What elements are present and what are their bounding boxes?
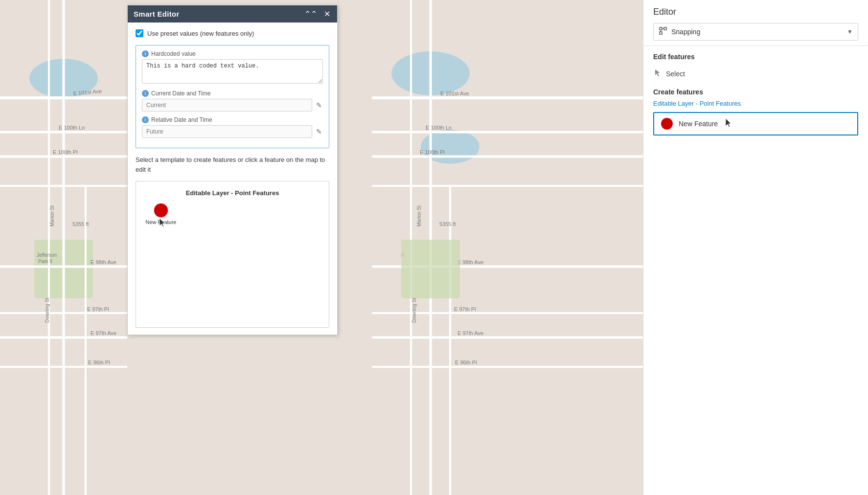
preset-checkbox-row: Use preset values (new features only) bbox=[136, 29, 329, 37]
svg-text:Downing St: Downing St bbox=[45, 298, 50, 323]
svg-text:E 96th Pl: E 96th Pl bbox=[88, 360, 110, 365]
new-feature-button[interactable]: New Feature bbox=[653, 112, 858, 135]
cursor-icon bbox=[160, 218, 166, 229]
svg-text:E 101st Ave: E 101st Ave bbox=[440, 90, 469, 96]
snapping-row[interactable]: Snapping ▼ bbox=[653, 23, 858, 41]
svg-text:E 97th Ave: E 97th Ave bbox=[91, 330, 116, 336]
editable-layer-label: Editable Layer - Point Features bbox=[653, 100, 858, 107]
relative-datetime-field: ✎ bbox=[142, 125, 323, 138]
svg-rect-52 bbox=[660, 32, 662, 34]
create-features-title: Create features bbox=[653, 88, 858, 96]
edit-features-title: Edit features bbox=[653, 53, 858, 61]
svg-text:5355 ft: 5355 ft bbox=[439, 221, 456, 227]
template-item-new-feature[interactable]: New Feature bbox=[144, 203, 178, 225]
instruction-text: Select a template to create features or … bbox=[136, 155, 329, 174]
new-feature-dot bbox=[661, 118, 673, 130]
svg-text:E 97th Pl: E 97th Pl bbox=[454, 306, 476, 312]
right-editor-panel: Editor Snapping ▼ Edit features bbox=[643, 0, 868, 495]
relative-datetime-row: i Relative Date and Time ✎ bbox=[142, 116, 323, 138]
current-datetime-field: ✎ bbox=[142, 99, 323, 112]
svg-text:Marion St: Marion St bbox=[416, 205, 422, 226]
svg-text:E 100th Ln: E 100th Ln bbox=[59, 125, 85, 131]
relative-datetime-label: i Relative Date and Time bbox=[142, 116, 323, 123]
svg-rect-50 bbox=[660, 27, 662, 30]
current-datetime-label: i Current Date and Time bbox=[142, 90, 323, 97]
svg-text:E 100th Pl: E 100th Pl bbox=[420, 149, 445, 155]
hardcoded-label: i Hardcoded value bbox=[142, 50, 323, 57]
new-feature-cursor-icon bbox=[726, 118, 732, 129]
close-button[interactable]: ✕ bbox=[323, 9, 331, 19]
hardcoded-textarea[interactable]: This is a hard coded text value. bbox=[142, 59, 323, 84]
svg-text:E 100th Pl: E 100th Pl bbox=[53, 149, 78, 155]
smart-editor-title: Smart Editor bbox=[134, 10, 180, 18]
svg-text:Downing St: Downing St bbox=[411, 298, 417, 323]
snapping-label: Snapping bbox=[671, 28, 847, 36]
svg-text:Park II: Park II bbox=[38, 259, 52, 264]
svg-text:E 100th Ln: E 100th Ln bbox=[426, 125, 452, 131]
current-datetime-input[interactable] bbox=[142, 99, 312, 112]
hardcoded-info-icon: i bbox=[142, 50, 149, 57]
create-features-section: Create features Editable Layer - Point F… bbox=[643, 88, 868, 142]
svg-text:E 98th Ave: E 98th Ave bbox=[457, 259, 483, 265]
preset-fields-box: i Hardcoded value This is a hard coded t… bbox=[136, 45, 329, 148]
template-dot bbox=[154, 203, 168, 217]
hardcoded-field-row: i Hardcoded value This is a hard coded t… bbox=[142, 50, 323, 85]
svg-text:Marion St: Marion St bbox=[49, 205, 55, 226]
relative-datetime-edit-button[interactable]: ✎ bbox=[315, 127, 323, 136]
svg-text:E 96th Pl: E 96th Pl bbox=[455, 360, 477, 365]
svg-rect-51 bbox=[664, 27, 666, 30]
template-layer-title: Editable Layer - Point Features bbox=[144, 189, 321, 197]
current-datetime-row: i Current Date and Time ✎ bbox=[142, 90, 323, 112]
select-row[interactable]: Select bbox=[653, 67, 858, 81]
svg-text:E 97th Ave: E 97th Ave bbox=[457, 330, 483, 336]
svg-text:5355 ft: 5355 ft bbox=[72, 221, 89, 227]
smart-editor-widget: Smart Editor ⌃⌃ ✕ Use preset values (new… bbox=[127, 5, 338, 335]
edit-features-section: Edit features Select bbox=[643, 46, 868, 88]
svg-text:Jefferson: Jefferson bbox=[37, 252, 57, 258]
header-icons: ⌃⌃ ✕ bbox=[303, 9, 331, 19]
chevron-down-icon: ▼ bbox=[847, 28, 853, 35]
select-cursor-icon bbox=[653, 68, 662, 79]
relative-datetime-info-icon: i bbox=[142, 116, 149, 123]
collapse-button[interactable]: ⌃⌃ bbox=[303, 9, 318, 19]
current-datetime-info-icon: i bbox=[142, 90, 149, 97]
editor-title: Editor bbox=[653, 7, 858, 17]
svg-rect-49 bbox=[401, 240, 460, 298]
current-datetime-edit-button[interactable]: ✎ bbox=[315, 100, 323, 110]
relative-datetime-input[interactable] bbox=[142, 125, 312, 138]
snapping-icon bbox=[659, 26, 667, 37]
select-label: Select bbox=[666, 70, 685, 78]
editor-header: Editor Snapping ▼ bbox=[643, 0, 868, 46]
smart-editor-body: Use preset values (new features only) i … bbox=[128, 22, 337, 335]
template-box: Editable Layer - Point Features New Feat… bbox=[136, 181, 329, 328]
preset-label: Use preset values (new features only) bbox=[147, 30, 254, 37]
svg-text:E 97th Pl: E 97th Pl bbox=[87, 306, 109, 312]
smart-editor-header: Smart Editor ⌃⌃ ✕ bbox=[128, 5, 337, 22]
preset-checkbox[interactable] bbox=[136, 29, 143, 37]
svg-text:E 98th Ave: E 98th Ave bbox=[91, 259, 116, 265]
new-feature-label: New Feature bbox=[679, 120, 718, 128]
